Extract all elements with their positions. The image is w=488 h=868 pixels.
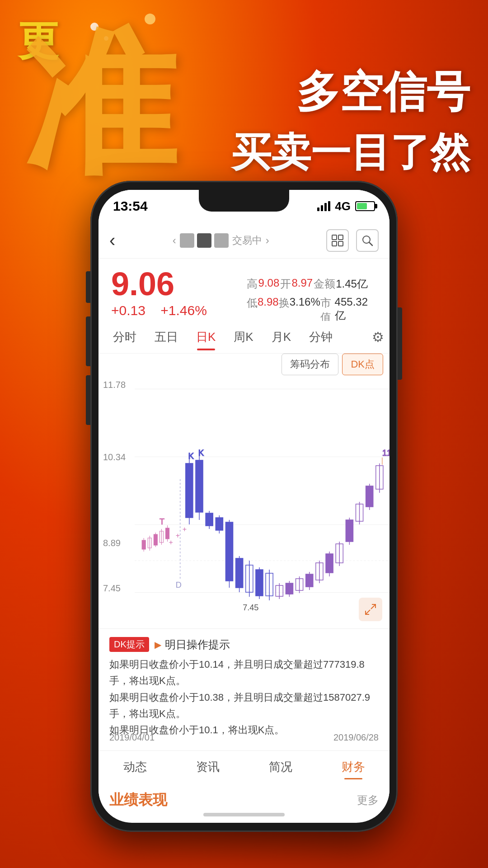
chart-y-label-mid: 10.34 <box>103 452 126 462</box>
battery-icon <box>355 201 375 211</box>
dk-tip-line-1: 如果明日收盘价小于10.14，并且明日成交量超过777319.8手，将出现K点。 <box>109 656 379 689</box>
battery-tip <box>375 204 377 208</box>
phone-mockup: 13:54 4G ‹ ‹ <box>90 181 398 832</box>
svg-rect-31 <box>225 522 233 581</box>
svg-line-69 <box>371 605 375 609</box>
tab-fenzhong[interactable]: 分钟 <box>300 326 342 349</box>
date-range: 2019/04/01 2019/06/28 <box>99 732 389 743</box>
tab-dongtai[interactable]: 动态 <box>114 755 156 778</box>
nav-prev-arrow[interactable]: ‹ <box>173 234 176 247</box>
chart-sub-buttons: 筹码分布 DK点 <box>282 354 383 375</box>
banner-slogan: 多空信号 买卖一目了然 <box>231 63 470 179</box>
signal-bar-3 <box>324 203 327 211</box>
ticker-sq-2 <box>197 233 211 248</box>
phone-btn-vol-down <box>86 375 90 425</box>
performance-section: 业绩表现 更多 <box>99 783 389 817</box>
svg-text:+: + <box>169 538 173 546</box>
tab-jiankuang[interactable]: 简况 <box>260 755 301 778</box>
svg-rect-23 <box>186 463 193 518</box>
nav-next-arrow[interactable]: › <box>266 234 269 247</box>
turnover-val: 3.16% <box>290 296 320 325</box>
nav-center: ‹ 交易中 › <box>173 233 269 248</box>
signal-bar-1 <box>317 208 319 211</box>
svg-text:+: + <box>176 531 180 539</box>
bottom-tabs: 动态 资讯 简况 财务 <box>99 750 389 783</box>
chart-y-label-top: 11.78 <box>103 380 126 390</box>
price-current: 9.06 <box>111 268 238 300</box>
price-change-pct: +1.46% <box>160 303 207 318</box>
price-row-1: 高 9.08 开 8.97 金额 1.45亿 <box>247 277 368 291</box>
performance-header: 业绩表现 更多 <box>109 790 379 810</box>
ticker-sq-1 <box>180 233 194 248</box>
dk-badge: DK提示 <box>109 637 149 652</box>
search-icon-button[interactable] <box>356 229 379 252</box>
low-label: 低 <box>247 296 258 325</box>
tab-wuri[interactable]: 五日 <box>145 326 187 349</box>
signal-bar-4 <box>328 201 330 211</box>
price-change-abs: +0.13 <box>111 303 145 318</box>
svg-rect-49 <box>306 574 313 587</box>
chart-y-label-low: 8.89 <box>103 538 121 548</box>
banner-slogan-line2: 买卖一目了然 <box>231 126 470 179</box>
dk-point-button[interactable]: DK点 <box>342 354 383 375</box>
status-icons: 4G <box>317 199 375 213</box>
svg-rect-0 <box>332 235 337 240</box>
battery-fill <box>357 203 367 209</box>
chart-svg-container: T D K K <box>135 389 389 615</box>
svg-text:11.78: 11.78 <box>382 448 389 458</box>
dk-tip-title-text: 明日操作提示 <box>165 637 230 652</box>
nav-ticker-block <box>180 233 229 248</box>
settings-icon-button[interactable] <box>326 229 349 252</box>
open-label: 开 <box>280 277 291 291</box>
phone-btn-vol-up <box>86 316 90 366</box>
chart-area: 11.78 10.34 8.89 7.45 <box>99 375 389 628</box>
svg-text:T: T <box>160 517 164 526</box>
svg-rect-17 <box>165 528 169 539</box>
low-val: 8.98 <box>258 296 279 325</box>
status-4g: 4G <box>335 199 351 213</box>
svg-rect-53 <box>326 554 333 573</box>
svg-rect-61 <box>366 486 373 507</box>
home-indicator <box>203 813 285 816</box>
banner-zhun-char: 准 <box>23 27 176 181</box>
chart-settings-gear[interactable]: ⚙ <box>372 329 384 345</box>
tab-fenshi[interactable]: 分时 <box>104 326 145 349</box>
amount-label: 金额 <box>314 277 335 291</box>
status-time: 13:54 <box>113 198 148 214</box>
date-start: 2019/04/01 <box>109 732 155 743</box>
amount-val: 1.45亿 <box>336 277 368 291</box>
performance-title: 业绩表现 <box>109 790 167 810</box>
dk-tip-arrow: ▶ <box>155 639 161 650</box>
nav-icons <box>326 229 379 252</box>
open-val: 8.97 <box>291 277 313 291</box>
performance-more-link[interactable]: 更多 <box>357 793 379 807</box>
svg-rect-8 <box>142 540 145 549</box>
svg-text:+: + <box>183 525 187 533</box>
expand-chart-button[interactable] <box>359 598 382 621</box>
tab-zixun[interactable]: 资讯 <box>187 755 229 778</box>
svg-text:7.45: 7.45 <box>243 603 258 612</box>
chip-dist-button[interactable]: 筹码分布 <box>282 354 338 375</box>
svg-rect-12 <box>154 534 157 545</box>
svg-rect-1 <box>338 235 343 240</box>
high-val: 9.08 <box>258 277 280 291</box>
tab-yuek[interactable]: 月K <box>263 326 300 349</box>
mktcap-val: 455.32亿 <box>335 296 368 325</box>
tab-rik[interactable]: 日K <box>187 326 225 349</box>
svg-line-70 <box>366 610 370 614</box>
dk-tip-text: 如果明日收盘价小于10.14，并且明日成交量超过777319.8手，将出现K点。… <box>109 656 379 738</box>
back-button[interactable]: ‹ <box>109 230 115 250</box>
svg-rect-25 <box>196 460 203 512</box>
svg-rect-33 <box>236 558 243 588</box>
price-section-inner: 9.06 +0.13 +1.46% 高 9.08 开 8.97 金额 1.4 <box>111 268 377 322</box>
chart-tabs: 分时 五日 日K 周K 月K 分钟 ⚙ <box>99 321 389 354</box>
svg-rect-3 <box>338 241 343 246</box>
dk-tip-header: DK提示 ▶ 明日操作提示 <box>109 637 379 652</box>
signal-bar-2 <box>321 205 323 211</box>
phone-btn-mute <box>86 271 90 303</box>
svg-rect-45 <box>286 583 293 594</box>
tab-caiwu[interactable]: 财务 <box>333 755 374 778</box>
trading-status: 交易中 <box>232 234 262 247</box>
dk-tip-line-2: 如果明日收盘价小于10.38，并且明日成交量超过1587027.9手，将出现K点… <box>109 689 379 722</box>
tab-zhouk[interactable]: 周K <box>225 326 262 349</box>
